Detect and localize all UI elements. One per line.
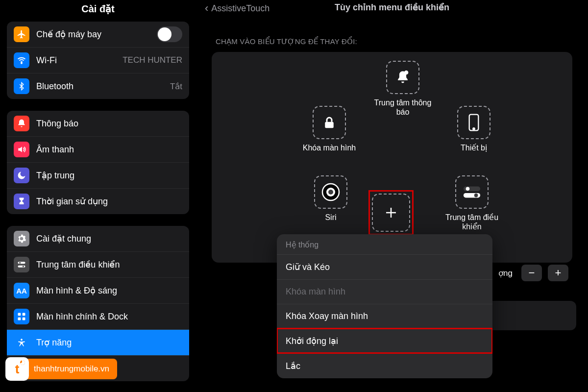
svg-rect-1 <box>18 262 25 264</box>
row-accessibility[interactable]: Trợ năng <box>7 329 189 355</box>
row-home-dock[interactable]: Màn hình chính & Dock <box>7 303 189 329</box>
page-title: Tùy chỉnh menu điều khiển <box>196 2 588 13</box>
row-label: Bluetooth <box>36 81 170 92</box>
settings-sidebar: Cài đặt Chế độ máy bay Wi-Fi TECH HUNTER <box>0 0 196 392</box>
row-control-center[interactable]: Trung tâm điều khiển <box>7 251 189 277</box>
menu-lock[interactable]: Khóa màn hình <box>297 106 361 152</box>
row-label: Thời gian sử dụng <box>36 196 182 207</box>
svg-point-20 <box>466 187 470 191</box>
row-focus[interactable]: Tập trung <box>7 162 189 188</box>
popup-row-shake[interactable]: Lắc <box>277 353 492 378</box>
system-actions-popup: Hệ thống Giữ và Kéo Khóa màn hình Khóa X… <box>277 234 492 378</box>
stepper-plus[interactable]: + <box>548 265 568 281</box>
svg-point-22 <box>474 194 478 197</box>
accessibility-icon <box>14 335 29 350</box>
grid-icon <box>14 309 29 324</box>
row-sound[interactable]: Âm thanh <box>7 136 189 162</box>
airplane-toggle[interactable] <box>157 26 182 42</box>
row-label: Màn hình chính & Dock <box>36 312 182 322</box>
svg-rect-8 <box>23 318 25 320</box>
row-label: Cài đặt chung <box>36 233 182 244</box>
menu-notification[interactable]: Trung tâm thông báo <box>371 61 435 117</box>
menu-label: Trung tâm điều khiển <box>440 213 504 231</box>
watermark-text: thanhtrungmobile.vn <box>34 364 109 374</box>
row-notifications[interactable]: Thông báo <box>7 111 189 136</box>
svg-point-3 <box>19 262 21 264</box>
row-label: Màn hình & Độ sáng <box>36 285 182 296</box>
switches-icon <box>14 257 29 272</box>
svg-point-4 <box>23 266 24 267</box>
bluetooth-value: Tắt <box>170 81 182 92</box>
watermark-logo: t <box>5 357 29 381</box>
icon-count-stepper: ợng − + <box>498 265 568 281</box>
svg-rect-6 <box>23 313 25 316</box>
hourglass-icon <box>14 194 29 209</box>
svg-rect-5 <box>18 313 21 316</box>
row-label: Wi-Fi <box>36 55 122 66</box>
popup-row-hold-drag[interactable]: Giữ và Kéo <box>277 254 492 279</box>
popup-row-restart[interactable]: Khởi động lại <box>277 328 492 353</box>
row-display[interactable]: AA Màn hình & Độ sáng <box>7 277 189 303</box>
menu-siri[interactable]: Siri <box>299 175 363 222</box>
menu-label: Siri <box>325 213 336 222</box>
wifi-value: TECH HUNTER <box>122 55 182 65</box>
popup-row-lock: Khóa màn hình <box>277 279 492 304</box>
svg-rect-7 <box>18 318 21 320</box>
row-wifi[interactable]: Wi-Fi TECH HUNTER <box>7 47 189 73</box>
menu-label: Thiết bị <box>461 143 487 152</box>
row-label: Thông báo <box>36 119 182 129</box>
notification-icon <box>386 61 419 94</box>
row-bluetooth[interactable]: Bluetooth Tắt <box>7 73 189 99</box>
menu-device[interactable]: Thiết bị <box>442 106 506 152</box>
svg-rect-13 <box>325 122 334 128</box>
svg-point-18 <box>328 190 333 195</box>
row-label: Tập trung <box>36 170 182 181</box>
menu-control-center[interactable]: Trung tâm điều khiển <box>440 175 504 231</box>
device-icon <box>457 106 490 139</box>
sidebar-group-connectivity: Chế độ máy bay Wi-Fi TECH HUNTER Bluetoo… <box>7 22 189 99</box>
sidebar-group-general: Cài đặt chung Trung tâm điều khiển AA Mà… <box>7 226 189 381</box>
row-label: Trung tâm điều khiển <box>36 259 182 270</box>
section-caption: CHẠM VÀO BIỂU TƯỢNG ĐỂ THAY ĐỔI: <box>216 37 584 46</box>
control-center-icon <box>455 175 489 209</box>
speaker-icon <box>14 142 29 157</box>
row-label: Trợ năng <box>36 337 182 348</box>
stepper-suffix: ợng <box>498 268 513 278</box>
svg-point-15 <box>473 128 475 130</box>
aa-icon: AA <box>14 283 29 298</box>
menu-grid: Trung tâm thông báo Khóa màn hình Thiết … <box>212 52 572 263</box>
sidebar-group-notify: Thông báo Âm thanh Tập trung Thời gian s… <box>7 111 189 214</box>
add-slot-highlight <box>368 190 414 235</box>
svg-point-12 <box>404 71 409 75</box>
row-airplane[interactable]: Chế độ máy bay <box>7 22 189 47</box>
sidebar-title: Cài đặt <box>7 0 189 22</box>
svg-point-9 <box>21 339 23 341</box>
row-general[interactable]: Cài đặt chung <box>7 226 189 251</box>
popup-header: Hệ thống <box>277 234 492 254</box>
bell-icon <box>14 116 29 131</box>
add-slot[interactable] <box>372 194 410 232</box>
row-screentime[interactable]: Thời gian sử dụng <box>7 188 189 214</box>
menu-label: Trung tâm thông báo <box>371 98 435 117</box>
moon-icon <box>14 168 29 183</box>
watermark: t thanhtrungmobile.vn <box>7 359 117 379</box>
bluetooth-icon <box>14 78 29 94</box>
svg-rect-2 <box>18 266 25 268</box>
airplane-icon <box>14 26 29 42</box>
row-label: Âm thanh <box>36 145 182 155</box>
svg-point-0 <box>21 63 22 64</box>
row-label: Chế độ máy bay <box>36 29 157 40</box>
lock-icon <box>313 106 346 139</box>
menu-label: Khóa màn hình <box>303 143 356 152</box>
wifi-icon <box>14 52 29 68</box>
popup-row-rotation-lock[interactable]: Khóa Xoay màn hình <box>277 304 492 328</box>
siri-icon <box>314 175 347 209</box>
gear-icon <box>14 231 29 246</box>
stepper-minus[interactable]: − <box>521 265 542 281</box>
